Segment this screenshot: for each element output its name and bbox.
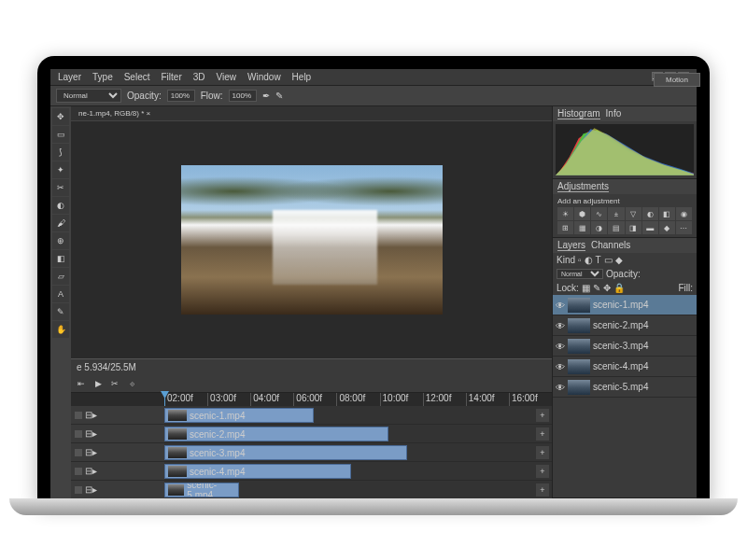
track-header[interactable]: ⊟▸ <box>71 481 164 498</box>
brightness-icon[interactable]: ☀ <box>557 207 573 220</box>
track-toggle-icon[interactable] <box>75 468 82 475</box>
menu-help[interactable]: Help <box>292 72 312 82</box>
video-clip[interactable]: scenic-2.mp4 <box>164 427 388 441</box>
hand-tool-icon[interactable]: ✋ <box>52 321 69 338</box>
airbrush-icon[interactable]: ✒ <box>262 91 270 101</box>
layer-row[interactable]: 👁 scenic-1.mp4 <box>553 295 697 315</box>
tab-histogram[interactable]: Histogram <box>557 108 600 119</box>
visibility-icon[interactable]: 👁 <box>556 301 565 310</box>
eraser-tool-icon[interactable]: ◧ <box>52 250 69 267</box>
video-clip[interactable]: scenic-3.mp4 <box>164 445 407 460</box>
adjustment-grid: ☀ ⬢ ∿ ± ▽ ◐ ◧ ◉ ⊞ ▦ ◑ ▤ ◨ ▬ ◆ ⋯ <box>557 207 692 234</box>
stamp-tool-icon[interactable]: ⊕ <box>52 232 69 249</box>
track-header[interactable]: ⊟▸ <box>71 462 164 480</box>
video-clip[interactable]: scenic-5.mp4 <box>164 483 239 497</box>
filter-pixel-icon[interactable]: ▫ <box>578 255 582 265</box>
gradient-tool-icon[interactable]: ▱ <box>52 268 69 285</box>
curves-icon[interactable]: ∿ <box>591 207 607 220</box>
play-button[interactable]: ▶ <box>92 377 105 390</box>
layer-row[interactable]: 👁 scenic-5.mp4 <box>553 377 697 398</box>
video-clip[interactable]: scenic-1.mp4 <box>164 408 314 423</box>
motion-workspace-button[interactable]: Motion <box>654 73 697 87</box>
layer-row[interactable]: 👁 scenic-3.mp4 <box>553 336 697 357</box>
track-toggle-icon[interactable] <box>75 430 82 438</box>
lock-pixels-icon[interactable]: ✎ <box>593 283 600 293</box>
track-toggle-icon[interactable] <box>75 412 82 419</box>
scissors-icon[interactable]: ✂ <box>108 377 121 390</box>
track-header[interactable]: ⊟▸ <box>71 425 164 442</box>
filter-adjust-icon[interactable]: ◐ <box>585 255 593 265</box>
crop-tool-icon[interactable]: ✂ <box>52 179 69 196</box>
playhead[interactable] <box>164 393 165 406</box>
filter-smart-icon[interactable]: ◆ <box>615 255 623 265</box>
track-toggle-icon[interactable] <box>75 449 82 456</box>
menu-select[interactable]: Select <box>124 72 150 82</box>
menu-layer[interactable]: Layer <box>58 72 81 82</box>
opacity-label: Opacity: <box>127 91 162 101</box>
timeline-header: e 5.934/25.5M <box>71 359 552 375</box>
visibility-icon[interactable]: 👁 <box>556 362 565 371</box>
track-header[interactable]: ⊟▸ <box>71 406 164 424</box>
track-toggle-icon[interactable] <box>75 486 82 494</box>
lasso-tool-icon[interactable]: ⟆ <box>52 144 69 161</box>
vibrance-icon[interactable]: ▽ <box>626 207 641 220</box>
selective-color-icon[interactable]: ◆ <box>659 221 675 234</box>
posterize-icon[interactable]: ▤ <box>608 221 624 234</box>
tab-channels[interactable]: Channels <box>591 240 630 251</box>
levels-icon[interactable]: ⬢ <box>574 207 590 220</box>
filter-type-icon[interactable]: T <box>596 255 601 265</box>
gradient-map-icon[interactable]: ▬ <box>642 221 658 234</box>
photo-filter-icon[interactable]: ◉ <box>676 207 692 220</box>
menu-view[interactable]: View <box>217 72 237 82</box>
brush-tool-icon[interactable]: 🖌 <box>52 215 69 231</box>
transition-icon[interactable]: ⟐ <box>125 377 138 390</box>
track-header[interactable]: ⊟▸ <box>71 443 164 461</box>
timeline-ruler[interactable]: 02:00f 03:00f 04:00f 06:00f 08:00f 10:00… <box>71 393 552 406</box>
pen-tool-icon[interactable]: ✎ <box>52 303 69 320</box>
opacity-input[interactable] <box>167 90 195 102</box>
exposure-icon[interactable]: ± <box>608 207 624 220</box>
add-track-button[interactable]: + <box>536 409 549 422</box>
layer-blend-select[interactable]: Normal <box>557 269 603 279</box>
blend-mode-select[interactable]: Normal <box>56 89 121 103</box>
document-tab[interactable]: ne-1.mp4, RGB/8) * × <box>71 106 552 121</box>
menu-window[interactable]: Window <box>247 72 281 82</box>
channel-mixer-icon[interactable]: ⊞ <box>557 221 573 234</box>
more-icon[interactable]: ⋯ <box>676 221 692 234</box>
visibility-icon[interactable]: 👁 <box>556 321 565 330</box>
menu-3d[interactable]: 3D <box>193 72 205 82</box>
add-track-button[interactable]: + <box>536 483 549 497</box>
layer-row[interactable]: 👁 scenic-2.mp4 <box>553 315 697 336</box>
visibility-icon[interactable]: 👁 <box>556 342 565 351</box>
color-lookup-icon[interactable]: ▦ <box>574 221 590 234</box>
add-track-button[interactable]: + <box>536 446 549 459</box>
add-track-button[interactable]: + <box>536 465 549 478</box>
first-frame-button[interactable]: ⇤ <box>75 377 88 390</box>
tab-adjustments[interactable]: Adjustments <box>557 181 609 192</box>
filter-shape-icon[interactable]: ▭ <box>604 255 613 265</box>
tablet-pressure-icon[interactable]: ✎ <box>275 91 283 101</box>
flow-input[interactable] <box>229 90 257 102</box>
panel-tabs: Adjustments <box>553 179 697 194</box>
layer-row[interactable]: 👁 scenic-4.mp4 <box>553 357 697 377</box>
menu-filter[interactable]: Filter <box>162 72 182 82</box>
menu-type[interactable]: Type <box>92 72 113 82</box>
move-tool-icon[interactable]: ✥ <box>52 108 69 125</box>
bw-icon[interactable]: ◧ <box>659 207 675 220</box>
marquee-tool-icon[interactable]: ▭ <box>52 126 69 143</box>
lock-all-icon[interactable]: 🔒 <box>613 283 625 293</box>
eyedropper-tool-icon[interactable]: ◐ <box>52 197 69 214</box>
video-clip[interactable]: scenic-4.mp4 <box>164 464 351 479</box>
add-track-button[interactable]: + <box>536 427 549 441</box>
type-tool-icon[interactable]: A <box>52 286 69 302</box>
tab-layers[interactable]: Layers <box>557 240 585 251</box>
visibility-icon[interactable]: 👁 <box>556 383 565 392</box>
invert-icon[interactable]: ◑ <box>591 221 607 234</box>
tab-info[interactable]: Info <box>606 108 622 119</box>
threshold-icon[interactable]: ◨ <box>626 221 641 234</box>
wand-tool-icon[interactable]: ✦ <box>52 161 69 178</box>
lock-transparency-icon[interactable]: ▦ <box>582 283 590 293</box>
lock-position-icon[interactable]: ✥ <box>603 283 611 293</box>
hue-icon[interactable]: ◐ <box>642 207 658 220</box>
canvas[interactable] <box>71 121 552 358</box>
